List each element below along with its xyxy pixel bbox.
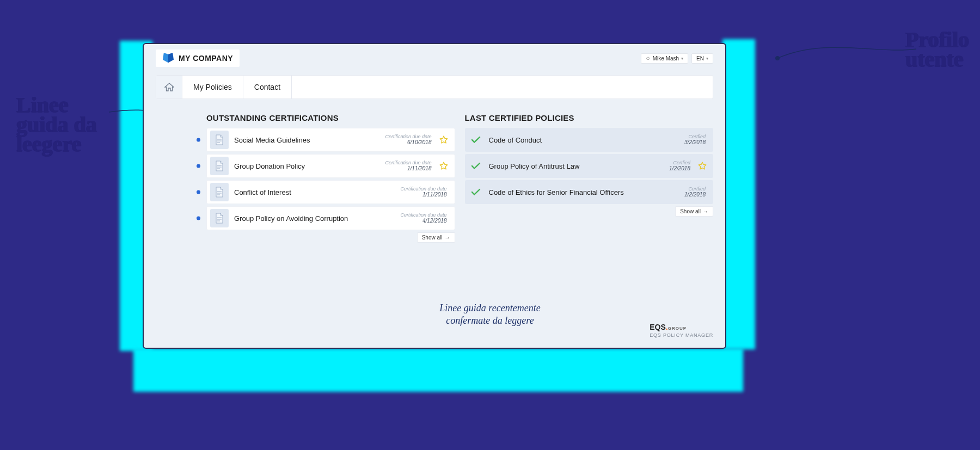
policy-meta: Certification due date4/12/2018 <box>400 213 446 224</box>
user-menu[interactable]: ☺ Mike Mash ▾ <box>641 53 689 64</box>
content: OUTSTANDING CERTIFICATIONS Social Media … <box>144 99 725 243</box>
company-name: MY COMPANY <box>179 54 233 63</box>
outstanding-row[interactable]: Social Media GuidelinesCertification due… <box>206 128 455 152</box>
annotation-top-right: Profilo utente <box>905 30 969 69</box>
outstanding-row[interactable]: Group Policy on Avoiding CorruptionCerti… <box>206 206 455 230</box>
star-icon[interactable] <box>698 162 708 170</box>
outstanding-column: OUTSTANDING CERTIFICATIONS Social Media … <box>206 113 455 243</box>
header: MY COMPANY ☺ Mike Mash ▾ EN ▾ <box>144 44 725 70</box>
due-label: Certification due date <box>385 134 431 140</box>
company-logo: MY COMPANY <box>156 50 240 67</box>
policy-title: Group Policy of Antitrust Law <box>489 162 664 170</box>
row-bullet <box>197 217 200 220</box>
glow-bottom <box>133 348 743 392</box>
certified-row[interactable]: Code of ConductCertfied3/2/2018 <box>465 128 714 152</box>
policy-meta: Certification due date6/10/2018 <box>385 134 431 146</box>
user-name: Mike Mash <box>653 56 679 61</box>
certified-label: Certfied <box>684 134 706 140</box>
footer-brand-main: EQS <box>650 323 666 331</box>
home-icon <box>164 83 174 91</box>
certified-date: 1/2/2018 <box>684 192 706 198</box>
certified-label: Certfied <box>669 161 690 166</box>
check-icon <box>468 136 483 144</box>
row-bullet <box>197 138 200 142</box>
arrow-right-icon: → <box>703 208 708 214</box>
outstanding-row[interactable]: Conflict of InterestCertification due da… <box>206 180 455 204</box>
certified-column: LAST CERTIFIED POLICIES Code of ConductC… <box>465 113 714 243</box>
certified-list: Code of ConductCertfied3/2/2018Group Pol… <box>465 128 714 204</box>
policy-meta: Certfied3/2/2018 <box>684 134 706 146</box>
callout-dot-user <box>775 56 780 60</box>
butterfly-icon <box>162 53 174 64</box>
certified-show-all[interactable]: Show all → <box>675 206 713 217</box>
document-icon <box>210 157 229 175</box>
certified-row[interactable]: Group Policy of Antitrust LawCertfied1/2… <box>465 154 714 178</box>
outstanding-title: OUTSTANDING CERTIFICATIONS <box>206 113 455 122</box>
nav-my-policies[interactable]: My Policies <box>182 76 243 98</box>
outstanding-row[interactable]: Group Donation PolicyCertification due d… <box>206 154 455 178</box>
annotation-bottom: Linee guida recentemente confermate da l… <box>419 302 561 326</box>
certified-title: LAST CERTIFIED POLICIES <box>465 113 714 122</box>
nav-contact[interactable]: Contact <box>243 76 292 98</box>
callout-line-user <box>777 48 919 75</box>
policy-meta: Certfied1/2/2018 <box>684 187 706 198</box>
footer-brand-suffix: GROUP <box>668 326 687 331</box>
policy-meta: Certfied1/2/2018 <box>669 161 690 172</box>
footer-product: EQS POLICY MANAGER <box>650 332 713 338</box>
policy-title: Group Donation Policy <box>234 162 379 170</box>
due-date: 1/11/2018 <box>400 192 446 198</box>
policy-title: Conflict of Interest <box>234 188 395 196</box>
policy-title: Code of Ethics for Senior Financial Offi… <box>489 188 679 196</box>
certified-label: Certfied <box>684 187 706 192</box>
document-icon <box>210 183 229 201</box>
document-icon <box>210 131 229 149</box>
certified-date: 1/2/2018 <box>669 165 690 171</box>
show-all-label: Show all <box>422 235 443 241</box>
policy-title: Code of Conduct <box>489 136 679 144</box>
check-icon <box>468 188 483 196</box>
row-bullet <box>197 164 200 168</box>
language-code: EN <box>696 56 704 61</box>
star-icon[interactable] <box>439 162 449 170</box>
check-icon <box>468 162 483 170</box>
navbar: My Policies Contact <box>156 75 713 99</box>
due-label: Certification due date <box>400 187 446 192</box>
language-menu[interactable]: EN ▾ <box>691 53 713 64</box>
chevron-down-icon: ▾ <box>681 56 683 61</box>
header-controls: ☺ Mike Mash ▾ EN ▾ <box>641 53 713 64</box>
nav-home[interactable] <box>156 76 182 98</box>
document-icon <box>210 209 229 227</box>
star-icon[interactable] <box>439 135 449 144</box>
chevron-down-icon: ▾ <box>706 56 708 61</box>
certified-date: 3/2/2018 <box>684 139 706 145</box>
due-date: 6/10/2018 <box>385 139 431 145</box>
due-label: Certification due date <box>400 213 446 218</box>
due-date: 4/12/2018 <box>400 218 446 224</box>
arrow-right-icon: → <box>445 235 450 241</box>
outstanding-list: Social Media GuidelinesCertification due… <box>206 128 455 230</box>
policy-title: Group Policy on Avoiding Corruption <box>234 214 395 223</box>
outstanding-show-all[interactable]: Show all → <box>417 232 455 243</box>
due-date: 1/11/2018 <box>385 165 431 171</box>
policy-meta: Certification due date1/11/2018 <box>400 187 446 198</box>
footer: EQS.GROUP EQS POLICY MANAGER <box>650 323 713 338</box>
footer-brand: EQS.GROUP <box>650 323 713 331</box>
show-all-label: Show all <box>680 208 701 214</box>
policy-meta: Certification due date1/11/2018 <box>385 161 431 172</box>
certified-row[interactable]: Code of Ethics for Senior Financial Offi… <box>465 180 714 204</box>
policy-title: Social Media Guidelines <box>234 136 379 144</box>
due-label: Certification due date <box>385 161 431 166</box>
annotation-top-left: Linee guida da leegere <box>16 95 97 154</box>
user-icon: ☺ <box>646 56 651 61</box>
glow-right <box>722 39 755 349</box>
row-bullet <box>197 190 200 194</box>
